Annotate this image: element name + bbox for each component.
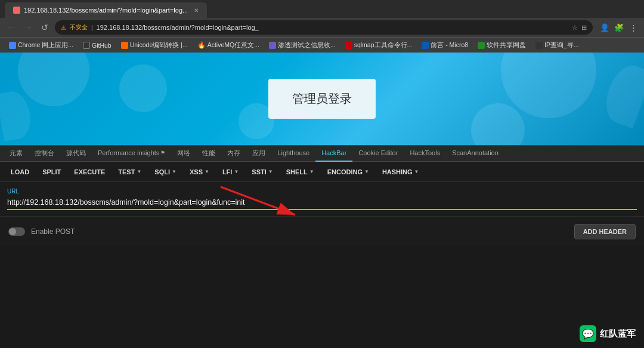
xss-dropdown-icon: ▼	[205, 169, 209, 174]
tab-close-icon[interactable]: ✕	[194, 7, 199, 14]
watermark: 💬 红队蓝军	[580, 325, 636, 342]
extensions-btn[interactable]: 🧩	[613, 21, 625, 33]
add-header-button[interactable]: ADD HEADER	[574, 224, 636, 239]
profile-icon[interactable]: 👤	[599, 21, 611, 33]
unicode-label: Unicode编码转换 |...	[130, 41, 188, 50]
url-display: 192.168.18.132/bosscms/admin/?mold=login…	[97, 24, 568, 31]
hackbar-toolbar: LOAD SPLIT EXECUTE TEST ▼ SQLI ▼ XSS ▼ L…	[0, 162, 644, 182]
tab-scan-annotation[interactable]: ScanAnnotation	[446, 145, 504, 162]
wechat-symbol: 💬	[582, 328, 594, 340]
bookmark-qianji[interactable]: 前言 - Micro8	[417, 40, 472, 51]
tab-favicon	[13, 7, 20, 14]
lighthouse-label: Lighthouse	[277, 149, 309, 156]
address-bar[interactable]: ⚠ 不安全 | 192.168.18.132/bosscms/admin/?mo…	[55, 20, 593, 35]
tab-hackbar[interactable]: HackBar	[315, 145, 352, 162]
reload-button[interactable]: ↺	[38, 21, 51, 34]
ssti-button[interactable]: SSTI ▼	[246, 164, 278, 180]
watermark-text: 红队蓝军	[600, 328, 636, 340]
cookie-editor-label: Cookie Editor	[358, 149, 398, 156]
bg-circle-1	[18, 53, 89, 106]
tab-lighthouse[interactable]: Lighthouse	[271, 145, 315, 162]
lfi-button[interactable]: LFI ▼	[216, 164, 244, 180]
xss-label: XSS	[190, 168, 203, 175]
tab-hacktools[interactable]: HackTools	[404, 145, 446, 162]
not-secure-icon: ⚠	[61, 24, 66, 31]
bookmark-activemq[interactable]: 🔥 ActiveMQ任意文...	[193, 40, 264, 51]
devtools-section: 元素 控制台 源代码 Performance insights ⚑ 网络 性能 …	[0, 145, 644, 246]
execute-button[interactable]: EXECUTE	[68, 164, 111, 180]
tab-application[interactable]: 应用	[246, 145, 271, 162]
leaf-shape-left	[0, 89, 34, 141]
elements-label: 元素	[10, 149, 23, 158]
split-button[interactable]: SPLIT	[36, 164, 67, 180]
sqli-label: SQLI	[154, 168, 170, 175]
bookmark-software[interactable]: 软件共享网盘	[473, 40, 530, 51]
hackbar-label: HackBar	[321, 149, 346, 156]
qianji-icon	[422, 42, 429, 49]
github-label: GitHub	[92, 42, 112, 49]
encoding-label: ENCODING	[327, 168, 363, 175]
bookmark-star-icon[interactable]: ☆	[572, 24, 578, 32]
sqlmap-label: sqlmap工具命令行...	[354, 41, 413, 50]
toggle-knob	[9, 228, 16, 235]
tab-cookie-editor[interactable]: Cookie Editor	[352, 145, 404, 162]
encoding-button[interactable]: ENCODING ▼	[321, 164, 375, 180]
shell-button[interactable]: SHELL ▼	[280, 164, 320, 180]
tab-label: 192.168.18.132/bosscms/admin/?mold=login…	[24, 7, 188, 14]
network-label: 网络	[177, 149, 190, 158]
wechat-icon: 💬	[580, 325, 596, 342]
bookmark-github[interactable]: GitHub	[79, 41, 116, 50]
performance-label: 性能	[202, 149, 215, 158]
hashing-button[interactable]: HASHING ▼	[376, 164, 425, 180]
test-dropdown-icon: ▼	[137, 169, 141, 174]
xss-button[interactable]: XSS ▼	[184, 164, 215, 180]
tab-performance-insights[interactable]: Performance insights ⚑	[92, 145, 171, 162]
menu-btn[interactable]: ⋮	[627, 21, 639, 33]
bookmark-sqlmap[interactable]: sqlmap工具命令行...	[341, 40, 417, 51]
tab-console[interactable]: 控制台	[29, 145, 60, 162]
back-button[interactable]: ←	[5, 21, 18, 34]
hackbar-url-section: URL	[0, 182, 644, 216]
url-input[interactable]	[7, 197, 637, 210]
enable-post-toggle[interactable]	[8, 227, 25, 236]
hashing-label: HASHING	[382, 168, 413, 175]
extensions-icon[interactable]: ⊞	[581, 24, 587, 32]
sqlmap-icon	[345, 42, 352, 49]
test-button[interactable]: TEST ▼	[112, 164, 147, 180]
bookmark-unicode[interactable]: Unicode编码转换 |...	[117, 40, 192, 51]
url-field-label: URL	[7, 188, 637, 195]
chrome-apps-icon	[9, 42, 16, 49]
ip-icon	[535, 42, 543, 49]
devtools-tabs: 元素 控制台 源代码 Performance insights ⚑ 网络 性能 …	[0, 145, 644, 162]
pentest-label: 渗透测试之信息收...	[278, 41, 336, 50]
encoding-dropdown-icon: ▼	[364, 169, 369, 174]
bookmark-chrome-apps[interactable]: Chrome 网上应用...	[5, 40, 78, 51]
browser-actions: 👤 🧩 ⋮	[599, 21, 639, 33]
qianji-label: 前言 - Micro8	[431, 41, 468, 50]
split-label: SPLIT	[42, 168, 61, 175]
tab-memory[interactable]: 内存	[221, 145, 246, 162]
sources-label: 源代码	[66, 149, 86, 158]
tab-elements[interactable]: 元素	[4, 145, 29, 162]
activemq-flame-icon: 🔥	[197, 41, 206, 49]
sqli-dropdown-icon: ▼	[172, 169, 177, 174]
load-button[interactable]: LOAD	[5, 164, 35, 180]
tab-network[interactable]: 网络	[171, 145, 196, 162]
active-tab[interactable]: 192.168.18.132/bosscms/admin/?mold=login…	[5, 2, 207, 18]
bookmark-ip[interactable]: IP查询_寻...	[531, 40, 583, 51]
forward-button[interactable]: →	[21, 21, 35, 34]
bookmark-pentest[interactable]: 渗透测试之信息收...	[265, 40, 340, 51]
ip-label: IP查询_寻...	[544, 41, 579, 50]
separator: |	[91, 24, 93, 31]
bg-circle-3	[501, 53, 596, 118]
memory-label: 内存	[227, 149, 240, 158]
scan-annotation-label: ScanAnnotation	[452, 149, 499, 156]
page-content: 管理员登录	[0, 53, 644, 145]
tab-performance[interactable]: 性能	[196, 145, 221, 162]
sqli-button[interactable]: SQLI ▼	[148, 164, 182, 180]
perf-insights-icon: ⚑	[160, 150, 165, 156]
github-icon	[83, 42, 90, 49]
login-box: 管理员登录	[268, 79, 376, 119]
bg-circle-2	[119, 64, 167, 112]
tab-sources[interactable]: 源代码	[60, 145, 92, 162]
